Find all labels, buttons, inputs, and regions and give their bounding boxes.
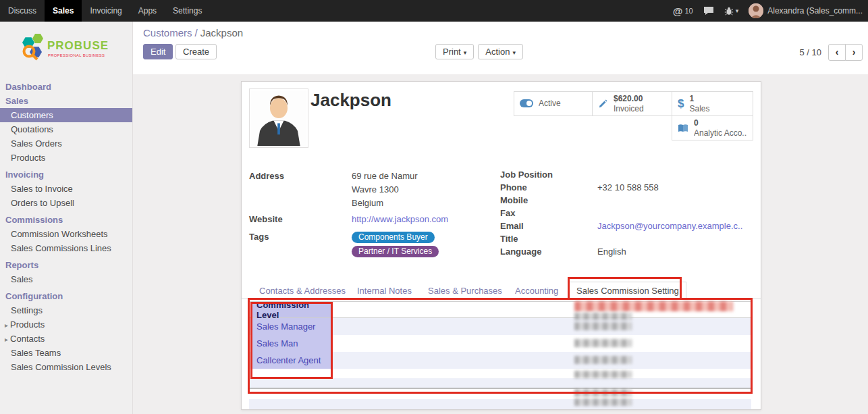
sidebar-item-commission-worksheets[interactable]: Commission Worksheets <box>0 227 132 241</box>
stat-label: Active <box>539 99 561 108</box>
stat-label: Analytic Acco... <box>694 128 747 138</box>
sidebar-section-sales[interactable]: Sales <box>0 94 132 108</box>
sidebar-item-config-products[interactable]: ▸Products <box>0 317 132 332</box>
commission-level-cell[interactable]: Callcenter Agent <box>252 352 332 369</box>
action-label: Action <box>485 47 510 57</box>
redacted-cell <box>574 371 632 378</box>
print-label: Print <box>443 47 461 57</box>
top-bar: Discuss Sales Invoicing Apps Settings @ … <box>0 0 868 22</box>
redacted-cell <box>574 389 632 396</box>
create-button[interactable]: Create <box>175 44 217 59</box>
stat-label: Sales <box>689 104 709 113</box>
sidebar-item-sales-teams[interactable]: Sales Teams <box>0 346 132 360</box>
table-empty-row <box>249 369 751 378</box>
breadcrumb-customers[interactable]: Customers <box>143 27 192 38</box>
sidebar-section-invoicing[interactable]: Invoicing <box>0 167 132 182</box>
tab-sales-commission-setting[interactable]: Sales Commission Setting <box>569 282 686 300</box>
debug-menu-button[interactable]: ▾ <box>724 7 739 16</box>
sidebar-item-sales-orders[interactable]: Sales Orders <box>0 136 132 151</box>
sidebar-item-sales-commission-levels[interactable]: Sales Commission Levels <box>0 360 132 374</box>
activity-count: 10 <box>684 7 693 15</box>
user-name: Alexandra (Sales_comm... <box>767 6 863 16</box>
table-row[interactable]: Sales Man <box>249 335 751 352</box>
invoiced-stat-button[interactable]: $620.00Invoiced <box>592 91 672 116</box>
address-label: Address <box>249 170 352 183</box>
sidebar-section-configuration[interactable]: Configuration <box>0 289 132 303</box>
notebook-tabs: Contacts & Addresses Internal Notes Sale… <box>242 282 761 299</box>
control-panel: Customers/Jackpson Edit Create Print▾ Ac… <box>133 22 868 74</box>
tab-contacts-addresses[interactable]: Contacts & Addresses <box>259 286 346 296</box>
redacted-cell <box>574 356 632 364</box>
main-area: Customers/Jackpson Edit Create Print▾ Ac… <box>133 22 868 414</box>
commission-level-cell[interactable]: Sales Manager <box>252 318 332 335</box>
stat-value: 1 <box>689 94 709 103</box>
top-menu: Discuss Sales Invoicing Apps Settings <box>0 0 210 22</box>
active-stat-button[interactable]: Active <box>514 91 593 116</box>
commission-level-cell[interactable]: Sales Man <box>252 335 332 352</box>
redacted-cell <box>574 313 632 320</box>
fax-label: Fax <box>500 207 597 219</box>
fields-left-column: Address 69 rue de Namur Wavre 1300 Belgi… <box>249 170 485 259</box>
sidebar-section-commissions[interactable]: Commissions <box>0 213 132 227</box>
sidebar-item-quotations[interactable]: Quotations <box>0 122 132 136</box>
website-label: Website <box>249 213 352 226</box>
mobile-label: Mobile <box>500 194 597 207</box>
user-menu[interactable]: Alexandra (Sales_comm... <box>749 3 863 18</box>
email-link[interactable]: Jackpson@yourcompany.example.c.. <box>597 219 742 232</box>
menu-discuss[interactable]: Discuss <box>0 0 45 22</box>
messages-button[interactable] <box>703 6 714 16</box>
app-logo: PROBUSE PROFESSIONAL BUSINESS <box>0 22 132 80</box>
sidebar-item-label: Products <box>10 319 45 330</box>
fields-right-column: Job Position Phone+32 10 588 558 Mobile … <box>500 168 751 258</box>
sidebar-item-sales-to-invoice[interactable]: Sales to Invoice <box>0 182 132 196</box>
activities-button[interactable]: @ 10 <box>673 5 693 17</box>
sidebar-nav: Dashboard Sales Customers Quotations Sal… <box>0 80 132 374</box>
redacted-cell <box>574 339 632 347</box>
menu-apps[interactable]: Apps <box>130 0 165 22</box>
tab-accounting[interactable]: Accounting <box>515 286 558 296</box>
sidebar: PROBUSE PROFESSIONAL BUSINESS Dashboard … <box>0 22 133 414</box>
email-label: Email <box>500 219 597 232</box>
book-icon <box>678 124 688 133</box>
pager-previous-button[interactable]: ‹ <box>828 44 846 61</box>
table-row[interactable]: Sales Manager <box>249 318 751 335</box>
stat-value: 0 <box>694 118 747 128</box>
pencil-icon <box>598 99 608 109</box>
chevron-right-icon: ▸ <box>5 321 8 329</box>
sidebar-item-config-contacts[interactable]: ▸Contacts <box>0 332 132 346</box>
sidebar-item-settings[interactable]: Settings <box>0 303 132 317</box>
stat-buttons: Active $620.00Invoiced $ 1Sales <box>514 91 754 141</box>
table-empty-row <box>249 378 751 388</box>
address-line-1: 69 rue de Namur <box>352 170 418 183</box>
sidebar-item-sales-commissions-lines[interactable]: Sales Commissions Lines <box>0 241 132 255</box>
edit-button[interactable]: Edit <box>143 44 173 59</box>
commission-level-column-header[interactable]: Commission Level <box>252 302 332 317</box>
sidebar-item-reports-sales[interactable]: Sales <box>0 272 132 286</box>
menu-sales[interactable]: Sales <box>45 0 82 22</box>
redacted-header-cell <box>574 301 733 311</box>
menu-invoicing[interactable]: Invoicing <box>82 0 130 22</box>
tag-components-buyer[interactable]: Components Buyer <box>352 232 435 243</box>
menu-settings[interactable]: Settings <box>165 0 210 22</box>
partner-name: Jackpson <box>310 90 391 111</box>
print-dropdown-button[interactable]: Print▾ <box>435 44 474 59</box>
title-label: Title <box>500 232 597 245</box>
analytic-accounts-stat-button[interactable]: 0Analytic Acco... <box>672 115 753 140</box>
website-link[interactable]: http://www.jackpson.com <box>352 213 448 226</box>
table-row[interactable]: Callcenter Agent <box>249 352 751 369</box>
action-dropdown-button[interactable]: Action▾ <box>478 44 523 59</box>
tab-internal-notes[interactable]: Internal Notes <box>357 286 412 296</box>
sidebar-item-orders-to-upsell[interactable]: Orders to Upsell <box>0 196 132 210</box>
tab-sales-purchases[interactable]: Sales & Purchases <box>428 286 502 296</box>
sidebar-section-dashboard[interactable]: Dashboard <box>0 80 132 94</box>
caret-down-icon: ▾ <box>736 7 739 14</box>
sidebar-item-products[interactable]: Products <box>0 151 132 165</box>
sales-stat-button[interactable]: $ 1Sales <box>672 91 753 116</box>
tag-partner-it-services[interactable]: Partner / IT Services <box>352 246 439 257</box>
breadcrumb-separator: / <box>195 27 198 38</box>
caret-down-icon: ▾ <box>512 49 516 56</box>
partner-photo[interactable] <box>249 88 308 148</box>
sidebar-section-reports[interactable]: Reports <box>0 258 132 272</box>
pager-next-button[interactable]: › <box>845 44 863 61</box>
sidebar-item-customers[interactable]: Customers <box>0 108 132 122</box>
